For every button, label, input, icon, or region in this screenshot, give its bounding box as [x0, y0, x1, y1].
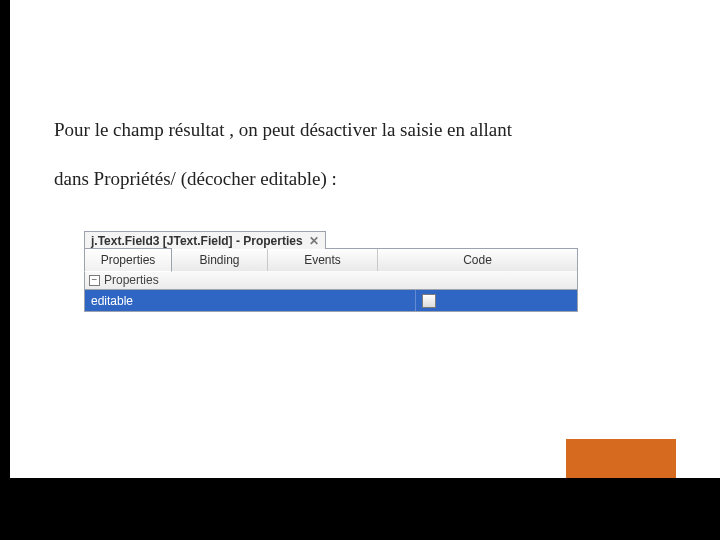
instruction-text: Pour le champ résultat , on peut désacti… — [54, 105, 674, 204]
editable-checkbox[interactable] — [422, 294, 436, 308]
panel-title-spacer — [326, 231, 578, 249]
property-row-editable[interactable]: editable — [84, 290, 578, 312]
property-name: editable — [85, 294, 415, 308]
properties-panel: j.Text.Field3 [JText.Field] - Properties… — [84, 231, 578, 312]
tab-code-label: Code — [463, 253, 492, 267]
tab-events[interactable]: Events — [268, 249, 378, 271]
close-icon[interactable]: ✕ — [309, 235, 319, 247]
tab-properties-label: Properties — [101, 253, 156, 267]
orange-accent-block — [566, 439, 676, 479]
property-value-cell[interactable] — [415, 290, 577, 311]
tab-binding[interactable]: Binding — [172, 249, 268, 271]
footer-bar — [0, 478, 720, 540]
tab-binding-label: Binding — [199, 253, 239, 267]
collapse-icon[interactable]: − — [89, 275, 100, 286]
panel-tabs: Properties Binding Events Code — [84, 249, 578, 271]
section-header[interactable]: − Properties — [84, 271, 578, 290]
panel-title: j.Text.Field3 [JText.Field] - Properties — [91, 234, 303, 248]
instruction-line-1: Pour le champ résultat , on peut désacti… — [54, 105, 674, 154]
instruction-line-2: dans Propriétés/ (décocher editable) : — [54, 154, 674, 203]
left-accent-bar — [0, 0, 10, 540]
tab-events-label: Events — [304, 253, 341, 267]
panel-title-tab[interactable]: j.Text.Field3 [JText.Field] - Properties… — [84, 231, 326, 249]
tab-code[interactable]: Code — [378, 249, 577, 271]
section-label: Properties — [104, 273, 159, 287]
tab-properties[interactable]: Properties — [84, 248, 172, 272]
